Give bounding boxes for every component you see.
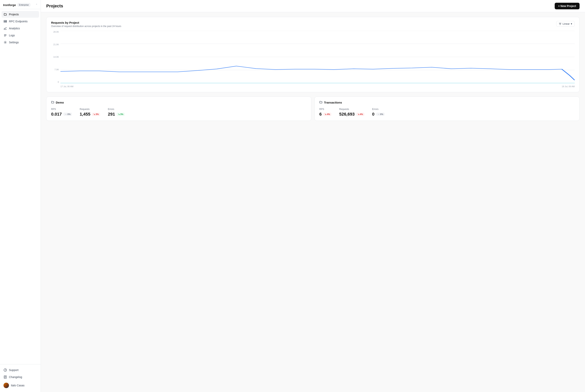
changelog-icon: [4, 375, 7, 379]
demo-metrics-row: RPS 0.017 → 0% Requests 1,455: [51, 108, 306, 117]
tx-requests-metric: Requests 526,693 ↘ 4%: [339, 108, 364, 117]
rps-label: RPS: [51, 108, 72, 110]
user-profile[interactable]: Italo Casas: [2, 381, 39, 390]
project-card-header-tx: Transactions: [319, 100, 575, 104]
main-content: Projects + New Project Requests by Proje…: [41, 0, 585, 392]
chart-area: 28.0K 21.0K 14.0K 7.0K 0: [51, 31, 575, 89]
svg-point-9: [4, 369, 7, 372]
user-name: Italo Casas: [11, 384, 25, 387]
trend-icon: ↘: [118, 113, 120, 116]
chart-subtitle: Overview of request distribution across …: [51, 25, 121, 28]
requests-label: Requests: [80, 108, 100, 110]
chart-plot: [61, 31, 575, 83]
requests-label-tx: Requests: [339, 108, 364, 110]
y-label-14k: 14.0K: [53, 56, 59, 58]
trend-icon: →: [377, 113, 380, 116]
badge-value: 0%: [380, 113, 383, 116]
analytics-icon: [4, 26, 7, 30]
trend-icon: ↘: [325, 113, 326, 116]
sidebar-chevron-icon[interactable]: ⌃: [36, 4, 38, 6]
errors-label: Errors: [108, 108, 125, 110]
demo-rps-value: 0.017: [51, 112, 62, 117]
logs-icon: [4, 34, 7, 37]
sidebar-item-label: Logs: [9, 34, 15, 37]
sidebar-item-label: RPC Endpoints: [9, 20, 28, 23]
y-label-21k: 21.0K: [53, 43, 59, 46]
sidebar-footer: Support Changelog Italo Casas: [0, 364, 41, 392]
sidebar-item-changelog[interactable]: Changelog: [2, 374, 39, 380]
chevron-down-icon: ▾: [571, 22, 572, 25]
demo-errors-badge: ↘ 3%: [117, 113, 125, 116]
y-label-7k: 7.0K: [55, 68, 59, 71]
sidebar-item-support[interactable]: Support: [2, 367, 39, 373]
new-project-button[interactable]: + New Project: [555, 3, 579, 9]
tx-requests-badge: ↘ 4%: [356, 113, 364, 116]
badge-value: 4%: [360, 113, 363, 116]
brand-name: Ironforge: [3, 3, 16, 6]
demo-requests-badge: ↘ 3%: [92, 113, 100, 116]
sidebar-item-label: Changelog: [9, 376, 22, 378]
content-area: Requests by Project Overview of request …: [41, 12, 585, 126]
sidebar-item-projects[interactable]: Projects: [2, 11, 39, 18]
tx-errors-value: 0: [372, 112, 374, 117]
enterprise-badge: Enterprise: [18, 3, 30, 6]
avatar: [4, 383, 9, 388]
chart-svg: [61, 31, 575, 83]
y-label-0: 0: [58, 81, 59, 83]
tx-metrics-row: RPS 6 ↘ 4% Requests 526,693: [319, 108, 575, 117]
errors-label-tx: Errors: [372, 108, 385, 110]
x-label-start: 17 Jul, 06 AM: [61, 85, 74, 88]
trend-icon: ↘: [358, 113, 359, 116]
tx-rps-metric: RPS 6 ↘ 4%: [319, 108, 331, 117]
tx-requests-value: 526,693: [339, 112, 355, 117]
badge-value: 3%: [96, 113, 99, 116]
badge-value: 3%: [120, 113, 123, 116]
scale-selector[interactable]: Linear ▾: [556, 21, 575, 26]
project-card-demo: Demo RPS 0.017 → 0% Req: [46, 96, 311, 121]
topbar: Projects + New Project: [41, 0, 585, 12]
sidebar-item-label: Settings: [9, 41, 19, 44]
trend-icon: ↘: [93, 113, 95, 116]
filter-icon: [559, 22, 561, 25]
rps-label-tx: RPS: [319, 108, 331, 110]
y-label-28k: 28.0K: [53, 31, 59, 33]
demo-errors-value: 291: [108, 112, 115, 117]
sidebar-item-label: Projects: [9, 13, 19, 16]
chart-title-area: Requests by Project Overview of request …: [51, 21, 121, 28]
sidebar-item-logs[interactable]: Logs: [2, 32, 39, 39]
folder-icon: [51, 100, 54, 104]
tx-errors-metric: Errors 0 → 0%: [372, 108, 385, 117]
sidebar-item-analytics[interactable]: Analytics: [2, 25, 39, 32]
sidebar-item-label: Support: [9, 368, 19, 372]
project-name-demo: Demo: [56, 101, 64, 104]
rpc-icon: [4, 20, 7, 23]
demo-requests-metric: Requests 1,455 ↘ 3%: [80, 108, 100, 117]
chart-y-labels: 28.0K 21.0K 14.0K 7.0K 0: [51, 31, 61, 83]
page-title: Projects: [46, 4, 63, 8]
folder-icon: [4, 13, 7, 16]
folder-icon-tx: [319, 100, 322, 104]
tx-errors-badge: → 0%: [376, 113, 385, 116]
demo-errors-metric: Errors 291 ↘ 3%: [108, 108, 125, 117]
chart-header: Requests by Project Overview of request …: [51, 21, 575, 28]
sidebar-item-settings[interactable]: Settings: [2, 39, 39, 46]
chart-controls: Linear ▾: [556, 21, 575, 26]
demo-rps-metric: RPS 0.017 → 0%: [51, 108, 72, 117]
sidebar-item-label: Analytics: [9, 27, 20, 30]
sidebar: Ironforge Enterprise ⌃ Projects: [0, 0, 41, 392]
scale-label: Linear: [563, 22, 570, 25]
svg-point-8: [5, 42, 6, 43]
sidebar-header: Ironforge Enterprise ⌃: [0, 0, 41, 9]
sidebar-item-rpc[interactable]: RPC Endpoints: [2, 18, 39, 25]
support-icon: [4, 368, 7, 372]
demo-rps-badge: → 0%: [63, 113, 72, 116]
svg-point-3: [6, 22, 6, 22]
svg-point-2: [6, 20, 6, 21]
tx-rps-value: 6: [319, 112, 322, 117]
chart-x-labels: 17 Jul, 06 AM 18 Jul, 06 AM: [61, 84, 575, 89]
requests-chart-card: Requests by Project Overview of request …: [46, 17, 579, 92]
project-card-header: Demo: [51, 100, 306, 104]
settings-icon: [4, 40, 7, 44]
sidebar-nav: Projects RPC Endpoints Analy: [0, 9, 41, 364]
project-cards: Demo RPS 0.017 → 0% Req: [46, 96, 579, 121]
